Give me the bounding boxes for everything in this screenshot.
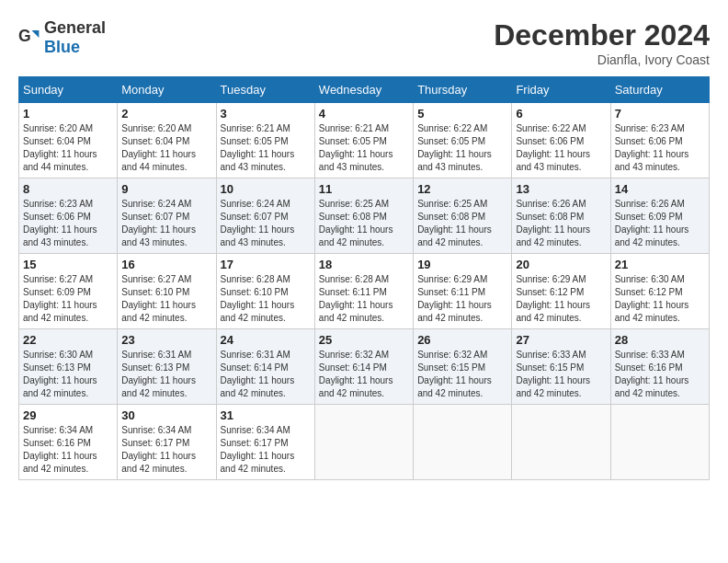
sunrise-info: Sunrise: 6:22 AM: [516, 123, 586, 133]
calendar-day-cell: 13 Sunrise: 6:26 AM Sunset: 6:08 PM Dayl…: [512, 178, 610, 254]
day-info: Sunrise: 6:30 AM Sunset: 6:13 PM Dayligh…: [23, 349, 113, 400]
daylight-info: Daylight: 11 hoursand 42 minutes.: [615, 300, 689, 323]
sunrise-info: Sunrise: 6:21 AM: [319, 123, 389, 133]
day-of-week-header: Tuesday: [216, 77, 314, 103]
daylight-info: Daylight: 11 hoursand 42 minutes.: [121, 375, 196, 398]
calendar-day-cell: 18 Sunrise: 6:28 AM Sunset: 6:11 PM Dayl…: [314, 254, 413, 329]
day-number: 24: [221, 333, 311, 347]
sunrise-info: Sunrise: 6:32 AM: [417, 350, 487, 360]
day-info: Sunrise: 6:21 AM Sunset: 6:05 PM Dayligh…: [319, 122, 409, 174]
sunrise-info: Sunrise: 6:32 AM: [319, 350, 389, 360]
day-info: Sunrise: 6:29 AM Sunset: 6:12 PM Dayligh…: [516, 273, 606, 325]
daylight-info: Daylight: 11 hoursand 43 minutes.: [121, 224, 196, 247]
sunrise-info: Sunrise: 6:33 AM: [615, 350, 685, 360]
day-of-week-header: Wednesday: [314, 77, 413, 103]
daylight-info: Daylight: 11 hoursand 43 minutes.: [319, 149, 393, 172]
calendar-day-cell: 15 Sunrise: 6:27 AM Sunset: 6:09 PM Dayl…: [19, 254, 118, 329]
day-of-week-header: Sunday: [19, 77, 118, 103]
calendar-week-row: 15 Sunrise: 6:27 AM Sunset: 6:09 PM Dayl…: [19, 254, 710, 329]
sunrise-info: Sunrise: 6:28 AM: [221, 274, 290, 284]
daylight-info: Daylight: 11 hoursand 43 minutes.: [615, 149, 689, 172]
daylight-info: Daylight: 11 hoursand 42 minutes.: [417, 224, 492, 247]
calendar-week-row: 1 Sunrise: 6:20 AM Sunset: 6:04 PM Dayli…: [19, 103, 710, 178]
daylight-info: Daylight: 11 hoursand 43 minutes.: [516, 149, 590, 172]
daylight-info: Daylight: 11 hoursand 42 minutes.: [417, 300, 492, 323]
sunset-info: Sunset: 6:10 PM: [221, 287, 289, 297]
sunset-info: Sunset: 6:12 PM: [516, 287, 584, 297]
calendar-day-cell: 29 Sunrise: 6:34 AM Sunset: 6:16 PM Dayl…: [19, 405, 118, 480]
day-number: 26: [417, 333, 507, 347]
calendar-day-cell: 21 Sunrise: 6:30 AM Sunset: 6:12 PM Dayl…: [610, 254, 709, 329]
sunset-info: Sunset: 6:04 PM: [121, 136, 189, 146]
sunset-info: Sunset: 6:09 PM: [23, 287, 91, 297]
calendar-day-cell: 11 Sunrise: 6:25 AM Sunset: 6:08 PM Dayl…: [314, 178, 413, 254]
sunrise-info: Sunrise: 6:29 AM: [516, 274, 586, 284]
day-info: Sunrise: 6:34 AM Sunset: 6:17 PM Dayligh…: [121, 424, 211, 476]
day-info: Sunrise: 6:27 AM Sunset: 6:09 PM Dayligh…: [23, 273, 113, 325]
daylight-info: Daylight: 11 hoursand 42 minutes.: [319, 224, 393, 247]
sunset-info: Sunset: 6:11 PM: [319, 287, 387, 297]
sunset-info: Sunset: 6:16 PM: [23, 438, 91, 448]
calendar-day-cell: 10 Sunrise: 6:24 AM Sunset: 6:07 PM Dayl…: [216, 178, 314, 254]
day-info: Sunrise: 6:34 AM Sunset: 6:17 PM Dayligh…: [221, 424, 311, 476]
day-number: 29: [23, 408, 113, 422]
daylight-info: Daylight: 11 hoursand 44 minutes.: [23, 149, 97, 172]
sunset-info: Sunset: 6:07 PM: [221, 212, 289, 222]
svg-text:G: G: [18, 27, 31, 45]
day-number: 15: [23, 258, 113, 271]
calendar-day-cell: 26 Sunrise: 6:32 AM Sunset: 6:15 PM Dayl…: [414, 329, 512, 405]
calendar-day-cell: 12 Sunrise: 6:25 AM Sunset: 6:08 PM Dayl…: [414, 178, 512, 254]
day-number: 10: [221, 182, 311, 196]
day-number: 23: [121, 333, 211, 347]
calendar-day-cell: 5 Sunrise: 6:22 AM Sunset: 6:05 PM Dayli…: [414, 103, 512, 178]
calendar-day-cell: [314, 405, 413, 480]
day-number: 30: [121, 408, 211, 422]
daylight-info: Daylight: 11 hoursand 43 minutes.: [23, 224, 97, 247]
logo: G General Blue: [18, 18, 106, 57]
sunset-info: Sunset: 6:08 PM: [417, 212, 485, 222]
sunrise-info: Sunrise: 6:21 AM: [221, 123, 290, 133]
logo-general: General: [44, 18, 106, 37]
daylight-info: Daylight: 11 hoursand 43 minutes.: [221, 149, 295, 172]
sunset-info: Sunset: 6:14 PM: [319, 362, 387, 373]
day-info: Sunrise: 6:26 AM Sunset: 6:09 PM Dayligh…: [615, 198, 705, 249]
day-info: Sunrise: 6:32 AM Sunset: 6:14 PM Dayligh…: [319, 349, 409, 400]
calendar-day-cell: 23 Sunrise: 6:31 AM Sunset: 6:13 PM Dayl…: [118, 329, 216, 405]
day-number: 6: [516, 107, 606, 121]
daylight-info: Daylight: 11 hoursand 42 minutes.: [319, 375, 393, 398]
sunset-info: Sunset: 6:14 PM: [221, 362, 289, 373]
day-number: 8: [23, 182, 113, 196]
day-info: Sunrise: 6:33 AM Sunset: 6:16 PM Dayligh…: [615, 349, 705, 400]
calendar-day-cell: 20 Sunrise: 6:29 AM Sunset: 6:12 PM Dayl…: [512, 254, 610, 329]
logo-icon: G: [18, 27, 40, 49]
sunset-info: Sunset: 6:12 PM: [615, 287, 683, 297]
day-number: 12: [417, 182, 507, 196]
daylight-info: Daylight: 11 hoursand 42 minutes.: [615, 375, 689, 398]
calendar-day-cell: 28 Sunrise: 6:33 AM Sunset: 6:16 PM Dayl…: [610, 329, 709, 405]
sunset-info: Sunset: 6:17 PM: [121, 438, 189, 448]
day-info: Sunrise: 6:32 AM Sunset: 6:15 PM Dayligh…: [417, 349, 507, 400]
sunrise-info: Sunrise: 6:22 AM: [417, 123, 487, 133]
month-title: December 2024: [494, 18, 710, 52]
day-info: Sunrise: 6:21 AM Sunset: 6:05 PM Dayligh…: [221, 122, 311, 174]
day-info: Sunrise: 6:33 AM Sunset: 6:15 PM Dayligh…: [516, 349, 606, 400]
day-number: 7: [615, 107, 705, 121]
calendar-day-cell: 22 Sunrise: 6:30 AM Sunset: 6:13 PM Dayl…: [19, 329, 118, 405]
day-number: 3: [221, 107, 311, 121]
calendar-day-cell: [414, 405, 512, 480]
title-block: December 2024 Dianfla, Ivory Coast: [494, 18, 710, 67]
day-info: Sunrise: 6:28 AM Sunset: 6:11 PM Dayligh…: [319, 273, 409, 325]
day-of-week-header: Monday: [118, 77, 216, 103]
calendar-day-cell: 27 Sunrise: 6:33 AM Sunset: 6:15 PM Dayl…: [512, 329, 610, 405]
calendar-day-cell: 4 Sunrise: 6:21 AM Sunset: 6:05 PM Dayli…: [314, 103, 413, 178]
day-number: 1: [23, 107, 113, 121]
daylight-info: Daylight: 11 hoursand 42 minutes.: [121, 300, 196, 323]
day-number: 31: [221, 408, 311, 422]
day-number: 25: [319, 333, 409, 347]
calendar-day-cell: 6 Sunrise: 6:22 AM Sunset: 6:06 PM Dayli…: [512, 103, 610, 178]
daylight-info: Daylight: 11 hoursand 43 minutes.: [417, 149, 492, 172]
daylight-info: Daylight: 11 hoursand 42 minutes.: [615, 224, 689, 247]
sunset-info: Sunset: 6:08 PM: [319, 212, 387, 222]
page-header: G General Blue December 2024 Dianfla, Iv…: [18, 18, 710, 67]
sunrise-info: Sunrise: 6:27 AM: [23, 274, 93, 284]
